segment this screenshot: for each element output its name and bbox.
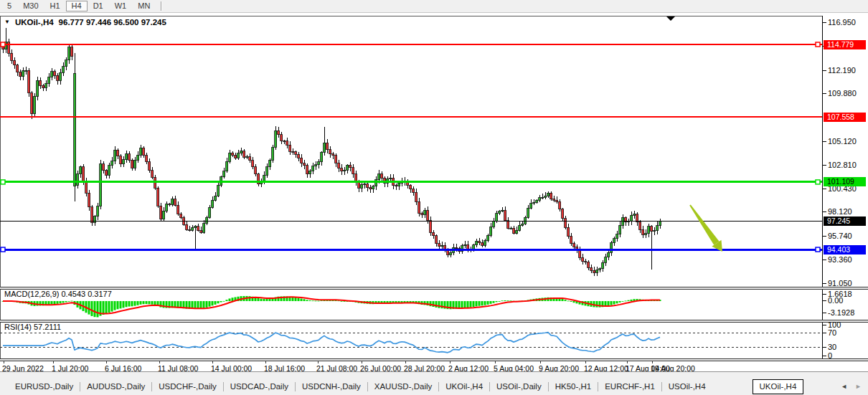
- rsi-indicator-label: RSI(14) 57.2111: [4, 323, 61, 331]
- price-tick-label: 95.740: [828, 232, 852, 240]
- macd-scale-label: -3.1928: [828, 309, 854, 317]
- chart-tab-usoil-daily[interactable]: USOil-,Daily: [490, 379, 548, 394]
- price-badge-101.109[interactable]: 101.109: [824, 177, 866, 186]
- tab-scroll-right-icon[interactable]: ►: [855, 384, 862, 390]
- chart-tab-ukoil-h4[interactable]: UKOil-,H4: [439, 379, 489, 394]
- tab-scroll-left-icon[interactable]: ◄: [841, 384, 847, 390]
- chart-title: ▼ UKOil-,H4 96.777 97.446 96.500 97.245: [4, 18, 166, 27]
- rsi-scale-label: 30: [828, 343, 836, 351]
- chart-title-ohlc: 96.777 97.446 96.500 97.245: [59, 18, 166, 27]
- timeframe-toolbar: 5M30H1H4D1W1MN: [0, 0, 868, 13]
- price-badge-114.779[interactable]: 114.779: [824, 40, 866, 49]
- price-badge-107.558[interactable]: 107.558: [824, 113, 866, 122]
- trend-arrow-annotation[interactable]: [689, 204, 719, 244]
- rsi-pane: [0, 333, 822, 353]
- rsi-scale-label: 70: [828, 329, 836, 337]
- tab-scroll-nav: ◄►: [841, 384, 862, 390]
- annotations-layer: [666, 16, 722, 252]
- price-badge-94.403[interactable]: 94.403: [824, 245, 866, 254]
- timeframe-button-5[interactable]: 5: [1, 1, 17, 11]
- price-tick-label: 116.950: [828, 19, 856, 27]
- chart-svg: [0, 13, 868, 395]
- price-tick-label: 98.120: [828, 208, 852, 216]
- hline-handle[interactable]: [816, 247, 820, 252]
- timeframe-button-h1[interactable]: H1: [44, 1, 66, 11]
- macd-indicator-label: MACD(12,26,9) 0.4543 0.3177: [4, 290, 112, 298]
- price-tick-label: 91.050: [828, 280, 852, 287]
- candles-layer: [2, 28, 661, 276]
- chart-tab-usoil-h4[interactable]: USOil-,H4: [662, 379, 712, 394]
- price-badge-97.245[interactable]: 97.245: [824, 216, 866, 226]
- timeframe-button-mn[interactable]: MN: [132, 1, 156, 11]
- timeframe-button-w1[interactable]: W1: [109, 1, 133, 11]
- toolbar-separator: [161, 1, 162, 11]
- rsi-scale-label: 100: [828, 321, 841, 329]
- price-tick-label: 93.360: [828, 256, 852, 264]
- chart-tab-ukoil-h4-active[interactable]: UKOil-,H4: [753, 379, 804, 394]
- window-bottom-band: EURUSD-,DailyAUDUSD-,DailyUSDCHF-,DailyU…: [0, 371, 868, 395]
- symbol-dropdown-icon[interactable]: ▼: [4, 19, 10, 26]
- timeframe-button-m30[interactable]: M30: [17, 1, 44, 11]
- chart-tab-bar: EURUSD-,DailyAUDUSD-,DailyUSDCHF-,DailyU…: [0, 378, 868, 395]
- chart-tab-audusd-daily[interactable]: AUDUSD-,Daily: [80, 379, 151, 394]
- hline-handle[interactable]: [816, 42, 820, 47]
- chart-tab-eurusd-daily[interactable]: EURUSD-,Daily: [9, 379, 80, 394]
- price-tick-label: 112.190: [828, 67, 856, 75]
- chart-tab-hk50-h1[interactable]: HK50-,H1: [549, 379, 598, 394]
- price-tick-label: 109.880: [828, 90, 857, 97]
- timeframe-button-h4[interactable]: H4: [66, 1, 88, 11]
- price-scale[interactable]: 91.05093.36095.74098.120100.430102.81010…: [823, 13, 868, 382]
- chart-tab-usdcad-daily[interactable]: USDCAD-,Daily: [224, 379, 295, 394]
- rsi-scale-label: 0: [828, 352, 832, 360]
- timeframe-button-d1[interactable]: D1: [88, 1, 109, 11]
- chart-tab-eurchf-h1[interactable]: EURCHF-,H1: [598, 379, 661, 394]
- hline-handle[interactable]: [816, 180, 820, 184]
- hline-handle[interactable]: [1, 247, 5, 252]
- macd-pane: [2, 296, 661, 318]
- price-tick-label: 105.120: [828, 138, 857, 146]
- price-tick-label: 102.810: [828, 161, 857, 169]
- mt4-chart-window: 5M30H1H4D1W1MN ▼ UKOil-,H4 96.777 97.446…: [0, 0, 868, 395]
- chart-tab-xauusd-daily[interactable]: XAUUSD-,Daily: [368, 379, 439, 394]
- chart-title-symbol: UKOil-,H4: [15, 18, 54, 27]
- chart-shift-marker-icon: [666, 16, 675, 21]
- chart-canvas[interactable]: ▼ UKOil-,H4 96.777 97.446 96.500 97.245 …: [0, 13, 868, 395]
- hline-handle[interactable]: [1, 42, 5, 47]
- macd-scale-label: 0.00: [828, 297, 843, 305]
- chart-tab-usdchf-daily[interactable]: USDCHF-,Daily: [152, 379, 223, 394]
- hline-handle[interactable]: [1, 180, 5, 184]
- chart-tab-usdcnh-daily[interactable]: USDCNH-,Daily: [296, 379, 367, 394]
